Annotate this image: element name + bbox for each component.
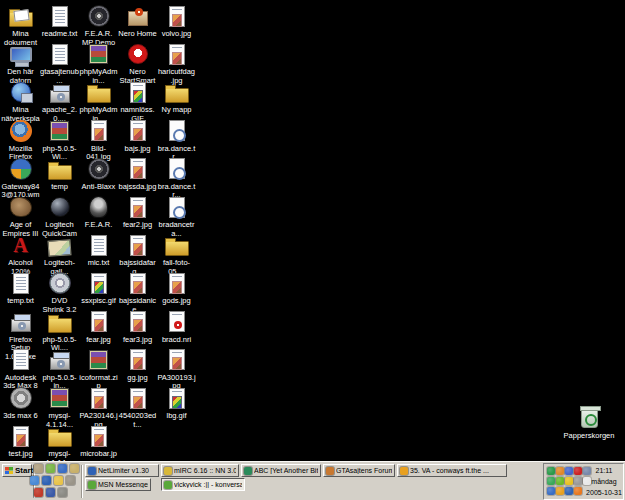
window-title: 35. VA - conways ft.the ... bbox=[410, 467, 489, 474]
torrent-icon bbox=[164, 156, 190, 182]
desktop-icon-mic-txt[interactable]: mic.txt bbox=[79, 232, 118, 268]
gif-icon bbox=[86, 270, 112, 296]
desktop-icon-fear-jpg[interactable]: fear.jpg bbox=[79, 309, 118, 345]
gif-icon bbox=[125, 79, 151, 105]
desktop-icon-lbg-gif[interactable]: lbg.gif bbox=[157, 385, 196, 421]
desktop-icon-4540203edt[interactable]: 4540203edt... bbox=[118, 385, 157, 429]
tray-volume-orange-icon[interactable] bbox=[574, 487, 582, 495]
quicklaunch-image-viewer-icon[interactable] bbox=[70, 464, 79, 473]
image-icon bbox=[125, 309, 151, 335]
image-icon bbox=[125, 270, 151, 296]
desktop-icon-f-e-a-r[interactable]: F.E.A.R. bbox=[79, 194, 118, 230]
tray-tray-green-icon[interactable] bbox=[547, 477, 555, 485]
alcohol-icon bbox=[8, 232, 34, 258]
quicklaunch-show-desktop-icon[interactable] bbox=[34, 464, 43, 473]
desktop-icon-volvo-jpg[interactable]: volvo.jpg bbox=[157, 3, 196, 39]
tray-alcohol-120-icon[interactable] bbox=[574, 467, 582, 475]
icon-label: Nero Home bbox=[118, 30, 157, 39]
disc-icon bbox=[86, 3, 112, 29]
quicklaunch-msn-messenger-icon[interactable] bbox=[46, 464, 55, 473]
quicklaunch-settings-gear-icon[interactable] bbox=[66, 476, 75, 485]
window-title: mIRC 6.16 :: NN 3.01 :: ... bbox=[174, 467, 236, 474]
quicklaunch-paint-icon[interactable] bbox=[30, 476, 39, 485]
nero-red-icon bbox=[125, 41, 151, 67]
archive-icon bbox=[86, 347, 112, 373]
text-icon bbox=[86, 232, 112, 258]
fear-icon bbox=[86, 194, 112, 220]
taskbar-button-gtasajtens-forum-qu[interactable]: GTAsajtens Forum -> Qu... bbox=[323, 464, 395, 477]
window-icon bbox=[88, 467, 96, 475]
recycle-bin-label: Papperskorgen bbox=[556, 431, 622, 440]
folder-icon bbox=[86, 79, 112, 105]
taskbar-button-netlimiter-v1-30[interactable]: NetLimiter v1.30 bbox=[85, 464, 159, 477]
taskbar-button-vickyvick-konversation[interactable]: vickyvick :|| - konversation bbox=[161, 478, 245, 491]
icon-label: lbg.gif bbox=[157, 412, 196, 421]
window-title: vickyvick :|| - konversation bbox=[174, 481, 242, 488]
icon-label: fear.jpg bbox=[79, 336, 118, 345]
tray-antivirus-shield-icon[interactable] bbox=[565, 477, 573, 485]
desktop: Mina dokumentreadme.txtF.E.A.R. MP DemoN… bbox=[0, 0, 625, 461]
tray-clock[interactable]: 21:11 måndag 2005-10-31 bbox=[586, 465, 622, 498]
image-icon bbox=[125, 347, 151, 373]
desktop-icon-temp-txt[interactable]: temp.txt bbox=[1, 270, 40, 306]
window-icon bbox=[244, 467, 252, 475]
desktop-icon-papperskorgen[interactable]: Papperskorgen bbox=[556, 406, 622, 440]
icon-label: temp.txt bbox=[1, 297, 40, 306]
desktop-icon-nero-home[interactable]: Nero Home bbox=[118, 3, 157, 39]
disc-icon bbox=[86, 156, 112, 182]
tray-user-orange-icon[interactable] bbox=[556, 467, 564, 475]
tray-msn-tray-icon[interactable] bbox=[556, 487, 564, 495]
desktop-icon-test-jpg[interactable]: test.jpg bbox=[1, 423, 40, 459]
start-button[interactable]: Start bbox=[2, 464, 32, 477]
quicklaunch-grey-app-icon[interactable] bbox=[58, 488, 67, 497]
camera-icon bbox=[47, 194, 73, 220]
desktop-icon-ssxpisc-gif[interactable]: ssxpisc.gif bbox=[79, 270, 118, 306]
installer-icon bbox=[47, 347, 73, 373]
text-icon bbox=[47, 3, 73, 29]
desktop-icon-fear3-jpg[interactable]: fear3.jpg bbox=[118, 309, 157, 345]
icon-label: bajs.jpg bbox=[118, 145, 157, 154]
quicklaunch-netlimiter-icon[interactable] bbox=[42, 476, 51, 485]
archive-icon bbox=[86, 41, 112, 67]
taskbar-button-35-va-conways-ft-the[interactable]: 35. VA - conways ft.the ... bbox=[397, 464, 507, 477]
icon-label: volvo.jpg bbox=[157, 30, 196, 39]
system-tray: 21:11 måndag 2005-10-31 bbox=[543, 463, 624, 500]
image-icon bbox=[164, 3, 190, 29]
desktop-icon-ny-mapp[interactable]: Ny mapp bbox=[157, 79, 196, 115]
icon-label: bajssda.jpg bbox=[118, 183, 157, 192]
desktop-icon-gods-jpg[interactable]: gods.jpg bbox=[157, 270, 196, 306]
tray-volume-icon[interactable] bbox=[574, 477, 582, 485]
desktop-icon-fear2-jpg[interactable]: fear2.jpg bbox=[118, 194, 157, 230]
image-icon bbox=[125, 156, 151, 182]
window-icon bbox=[164, 467, 172, 475]
tray-tray-blue-icon[interactable] bbox=[547, 487, 555, 495]
tray-bittorrent-grid-icon[interactable] bbox=[565, 467, 573, 475]
image-icon bbox=[125, 118, 151, 144]
quicklaunch-red-app-icon[interactable] bbox=[34, 488, 43, 497]
image-icon bbox=[125, 194, 151, 220]
desktop-icon-bajs-jpg[interactable]: bajs.jpg bbox=[118, 118, 157, 154]
network-icon bbox=[8, 79, 34, 105]
window-title: NetLimiter v1.30 bbox=[98, 467, 149, 474]
window-icon bbox=[164, 481, 172, 489]
quicklaunch-folder-icon[interactable] bbox=[54, 476, 63, 485]
archive-icon bbox=[47, 118, 73, 144]
quicklaunch-media-player-icon[interactable] bbox=[58, 464, 67, 473]
desktop-icon-gg-jpg[interactable]: gg.jpg bbox=[118, 347, 157, 383]
tray-abc-torrent-icon[interactable] bbox=[547, 467, 555, 475]
desktop-icon-bajssda-jpg[interactable]: bajssda.jpg bbox=[118, 156, 157, 192]
folder-icon bbox=[164, 232, 190, 258]
taskbar-button-abc-yet-another-bittorr[interactable]: ABC [Yet Another Bittorr... bbox=[241, 464, 321, 477]
desktop-icon-3ds-max-6[interactable]: 3ds max 6 bbox=[1, 385, 40, 421]
desktop-icon-bracd-nri[interactable]: bracd.nri bbox=[157, 309, 196, 345]
window-title: ABC [Yet Another Bittorr... bbox=[254, 467, 318, 474]
desktop-icon-anti-blaxx[interactable]: Anti-Blaxx bbox=[79, 156, 118, 192]
desktop-icon-readme-txt[interactable]: readme.txt bbox=[40, 3, 79, 39]
folder-icon bbox=[47, 423, 73, 449]
taskbar-button-msn-messenger[interactable]: MSN Messenger bbox=[85, 478, 151, 491]
desktop-icon-temp[interactable]: temp bbox=[40, 156, 79, 192]
taskbar-button-mirc-6-16-nn-3-01[interactable]: mIRC 6.16 :: NN 3.01 :: ... bbox=[161, 464, 239, 477]
tray-tray-leaf-icon[interactable] bbox=[556, 477, 564, 485]
tray-tv-blue-icon[interactable] bbox=[565, 487, 573, 495]
quicklaunch-browser-blue-icon[interactable] bbox=[46, 488, 55, 497]
